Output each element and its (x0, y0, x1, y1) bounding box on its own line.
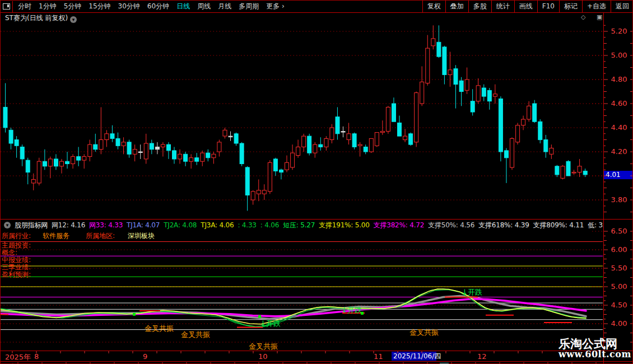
period-tab-周线[interactable]: 周线 (197, 1, 211, 12)
indicator-header[interactable]: ▾ 股朋指标网网12: 4.16网33: 4.33TJ1A: 4.07TJ2A:… (1, 220, 604, 230)
date-axis[interactable]: 2025年891011122025/11/06/四 (1, 351, 633, 362)
indicator-value: : 4.33 (238, 221, 256, 229)
chart-title-bar: ST赛为(日线 前复权)▾ ◇ ▣ (1, 13, 633, 22)
indicator-value: 支撑50%: 4.56 (428, 221, 474, 230)
main-axis-label: 4.40 (605, 123, 633, 132)
indicator-value: 网12: 4.16 (52, 221, 85, 230)
region-value[interactable]: 深圳板块 (128, 231, 155, 241)
title-right-icons[interactable]: ◇ ▣ (581, 13, 607, 21)
chart-annotation: 金叉共振 (181, 330, 210, 339)
period-tabs: 分时1分钟5分钟15分钟30分钟60分钟日线周线月线多周期更多 › (13, 1, 422, 12)
toolbar-button-+自选[interactable]: +自选 (582, 1, 611, 12)
chart-annotation: ↓开跌 (260, 319, 281, 328)
indicator-value: 支撑191%: 5.00 (319, 221, 369, 230)
chart-title: ST赛为(日线 前复权)▾ (5, 13, 77, 23)
toolbar-button-叠加[interactable]: 叠加 (445, 1, 468, 12)
date-label-12: 12 (477, 352, 487, 361)
industry-value[interactable]: 软件服务 (43, 231, 69, 241)
toolbar-button-统计[interactable]: 统计 (491, 1, 514, 12)
indicator-axis-label: 6.00 (605, 245, 633, 254)
watermark: 乐淘公式网 www.60lt.com (558, 338, 631, 360)
last-price-tag: 4.01 (604, 171, 633, 179)
region-label: 所属地区: (86, 231, 115, 241)
toolbar-buttons: 复权叠加多股统计画线F10标记+自选返回 (422, 1, 633, 12)
watermark-site-name: 乐淘公式网 (558, 338, 631, 350)
main-axis-label: 5.00 (605, 51, 633, 60)
date-label-8: 8 (34, 352, 39, 361)
period-toolbar: 分时1分钟5分钟15分钟30分钟60分钟日线周线月线多周期更多 › 复权叠加多股… (1, 1, 633, 13)
date-label-2025年: 2025年 (5, 352, 31, 362)
period-tab-日线[interactable]: 日线 (176, 1, 190, 12)
main-axis-label: 4.60 (605, 99, 633, 108)
chart-annotation: ↓开跌 (341, 306, 362, 314)
indicator-value: TJ1A: 4.07 (127, 221, 160, 229)
main-axis-label: 4.20 (605, 147, 633, 156)
watermark-url: www.60lt.com (558, 350, 631, 360)
main-axis-label: 5.20 (605, 27, 633, 36)
indicator-axis-label: 5.00 (605, 282, 633, 291)
indicator-axis-label: 6.50 (605, 227, 633, 236)
indicator-panel-chart[interactable]: 金叉共振金叉共振金叉共振金叉共振↓开跌↓开跌↓开跌 (1, 231, 603, 351)
chart-annotation: 金叉共振 (409, 328, 439, 337)
indicator-value: 支撑618%: 4.39 (478, 221, 529, 230)
main-axis-label: 3.80 (605, 195, 633, 204)
toolbar-button-多股[interactable]: 多股 (468, 1, 491, 12)
period-tab-30分钟[interactable]: 30分钟 (118, 1, 140, 12)
indicator-value: 支撑809%: 4.11 (533, 221, 584, 230)
indicator-collapse-icon[interactable]: ▾ (4, 222, 11, 228)
indicator-value: TJ2A: 4.08 (164, 221, 197, 229)
toolbar-button-标记[interactable]: 标记 (559, 1, 582, 12)
indicator-axis-label: 4.00 (605, 319, 633, 328)
period-tab-分时[interactable]: 分时 (18, 1, 31, 12)
split-view-icon (3, 3, 10, 10)
toolbar-button-复权[interactable]: 复权 (422, 1, 445, 12)
chart-annotation: ↓开跌 (462, 288, 482, 296)
period-tab-15分钟[interactable]: 15分钟 (89, 1, 110, 12)
period-tab-多周期[interactable]: 多周期 (239, 1, 259, 12)
toolbar-button-返回[interactable]: 返回 (611, 1, 633, 12)
chart-annotation: 金叉共振 (145, 324, 174, 333)
indicator-value: 短压: 5.27 (283, 221, 315, 230)
indicator-axis-label: 4.50 (605, 301, 633, 310)
chart-title-label: ST赛为(日线 前复权) (5, 14, 68, 22)
date-label-11: 11 (374, 352, 383, 361)
indicator-value: 低: 3.84 (588, 221, 604, 230)
period-tab-更多 ›[interactable]: 更多 › (266, 1, 285, 12)
industry-label: 所属行业: (2, 231, 31, 241)
indicator-value: : 4.06 (260, 221, 279, 229)
toolbar-button-画线[interactable]: 画线 (514, 1, 537, 12)
main-axis-label: 4.80 (605, 75, 633, 84)
layout-toggle-button[interactable] (1, 1, 13, 12)
main-candlestick-chart[interactable] (1, 23, 603, 219)
toolbar-button-F10[interactable]: F10 (537, 1, 559, 12)
date-label-9: 9 (143, 352, 147, 361)
trading-app-window: 分时1分钟5分钟15分钟30分钟60分钟日线周线月线多周期更多 › 复权叠加多股… (0, 0, 633, 364)
period-tab-60分钟[interactable]: 60分钟 (147, 1, 169, 12)
period-tab-1分钟[interactable]: 1分钟 (39, 1, 57, 12)
indicator-value: 网33: 4.33 (89, 221, 123, 230)
date-label-10: 10 (258, 352, 268, 361)
chart-annotation: 金叉共振 (249, 342, 278, 351)
title-dropdown-icon[interactable]: ▾ (70, 16, 77, 23)
fundamental-label: 盈利预测: (2, 271, 31, 278)
indicator-value: TJ3A: 4.06 (201, 221, 234, 229)
period-tab-月线[interactable]: 月线 (218, 1, 231, 12)
indicator-value: 支撑382%: 4.72 (374, 221, 424, 230)
selected-date-box: 2025/11/06/四 (392, 352, 436, 361)
indicator-value: 股朋指标网 (15, 221, 48, 230)
period-tab-5分钟[interactable]: 5分钟 (64, 1, 82, 12)
indicator-axis-label: 5.50 (605, 264, 633, 273)
